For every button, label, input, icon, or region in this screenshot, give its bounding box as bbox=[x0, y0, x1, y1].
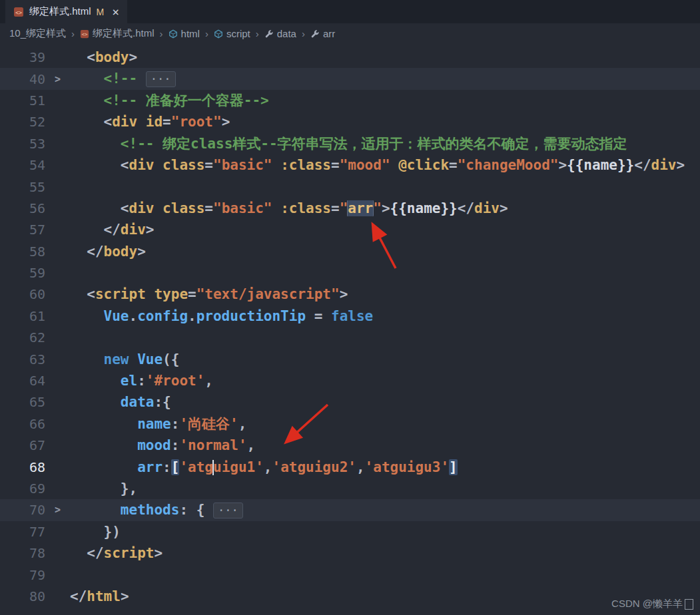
line-number[interactable]: 55 bbox=[0, 179, 45, 195]
code-text[interactable]: </script> bbox=[70, 545, 700, 561]
fold-chevron-icon[interactable]: > bbox=[45, 73, 70, 85]
code-line-58[interactable]: 58 </body> bbox=[0, 241, 700, 262]
code-line-59[interactable]: 59 bbox=[0, 262, 700, 284]
token: :class bbox=[280, 157, 331, 173]
code-text[interactable]: <!-- ··· bbox=[70, 71, 700, 87]
code-text[interactable]: </html> bbox=[70, 588, 700, 604]
code-text[interactable]: <div class="basic" :class="arr">{{name}}… bbox=[70, 200, 700, 216]
token bbox=[272, 200, 281, 216]
code-line-56[interactable]: 56 <div class="basic" :class="arr">{{nam… bbox=[0, 198, 700, 219]
token bbox=[70, 308, 104, 324]
token: > bbox=[129, 49, 138, 65]
line-number[interactable]: 64 bbox=[0, 373, 45, 389]
code-line-78[interactable]: 78 </script> bbox=[0, 542, 700, 564]
code-line-39[interactable]: 39 <body> bbox=[0, 47, 700, 68]
code-text[interactable]: <div id="root"> bbox=[70, 114, 700, 130]
code-text[interactable]: }, bbox=[70, 481, 700, 497]
code-line-65[interactable]: 65 data:{ bbox=[0, 391, 700, 413]
code-line-66[interactable]: 66 name:'尚硅谷', bbox=[0, 413, 700, 435]
breadcrumb-html[interactable]: html bbox=[169, 28, 200, 39]
line-number[interactable]: 78 bbox=[0, 545, 45, 561]
line-number[interactable]: 57 bbox=[0, 222, 45, 238]
code-text[interactable]: arr:['atguigu1','atguigu2','atguigu3'] bbox=[70, 459, 700, 475]
line-number[interactable]: 80 bbox=[0, 588, 45, 604]
breadcrumb-label: data bbox=[277, 28, 296, 39]
breadcrumb-file[interactable]: <> 绑定样式.html bbox=[80, 27, 155, 40]
code-text[interactable]: methods: { ··· bbox=[70, 502, 700, 518]
code-line-67[interactable]: 67 mood:'normal', bbox=[0, 435, 700, 456]
code-line-52[interactable]: 52 <div id="root"> bbox=[0, 111, 700, 132]
code-text[interactable]: <!-- 绑定class样式--字符串写法，适用于：样式的类名不确定，需要动态指… bbox=[70, 134, 700, 153]
code-line-40[interactable]: 40> <!-- ··· bbox=[0, 68, 700, 89]
token: name bbox=[137, 416, 171, 432]
line-number[interactable]: 63 bbox=[0, 351, 45, 367]
token: ({ bbox=[163, 351, 179, 367]
token: : bbox=[171, 437, 180, 453]
line-number[interactable]: 52 bbox=[0, 114, 45, 130]
code-line-79[interactable]: 79 bbox=[0, 564, 700, 585]
code-text[interactable]: <body> bbox=[70, 49, 700, 65]
code-line-61[interactable]: 61 Vue.config.productionTip = false bbox=[0, 306, 700, 327]
line-number[interactable]: 61 bbox=[0, 308, 45, 324]
token: < bbox=[70, 49, 95, 65]
line-number[interactable]: 67 bbox=[0, 437, 45, 453]
code-text[interactable]: <script type="text/javascript"> bbox=[70, 286, 700, 302]
line-number[interactable]: 54 bbox=[0, 157, 45, 173]
code-line-62[interactable]: 62 bbox=[0, 327, 700, 348]
line-number[interactable]: 70 bbox=[0, 502, 45, 518]
code-line-55[interactable]: 55 bbox=[0, 176, 700, 197]
token: < bbox=[70, 114, 112, 130]
code-line-51[interactable]: 51 <!-- 准备好一个容器--> bbox=[0, 90, 700, 111]
token: div bbox=[129, 200, 155, 216]
code-line-54[interactable]: 54 <div class="basic" :class="mood" @cli… bbox=[0, 154, 700, 176]
breadcrumb-data[interactable]: data bbox=[264, 28, 296, 39]
line-number[interactable]: 56 bbox=[0, 200, 45, 216]
code-text[interactable]: <!-- 准备好一个容器--> bbox=[70, 91, 700, 110]
editor-tab[interactable]: <> 绑定样式.html M × bbox=[5, 0, 127, 23]
breadcrumb-arr[interactable]: arr bbox=[310, 28, 335, 39]
code-text[interactable]: mood:'normal', bbox=[70, 437, 700, 453]
line-number[interactable]: 53 bbox=[0, 136, 45, 152]
line-number[interactable]: 39 bbox=[0, 49, 45, 65]
line-number[interactable]: 66 bbox=[0, 416, 45, 432]
code-line-63[interactable]: 63 new Vue({ bbox=[0, 348, 700, 369]
token: data bbox=[121, 394, 155, 410]
breadcrumb-folder[interactable]: 10_绑定样式 bbox=[9, 27, 66, 40]
code-text[interactable]: new Vue({ bbox=[70, 351, 700, 367]
code-line-53[interactable]: 53 <!-- 绑定class样式--字符串写法，适用于：样式的类名不确定，需要… bbox=[0, 133, 700, 154]
token: [ bbox=[171, 459, 180, 475]
code-text[interactable]: el:'#root', bbox=[70, 373, 700, 389]
line-number[interactable]: 40 bbox=[0, 71, 45, 87]
token bbox=[70, 394, 121, 410]
code-text[interactable]: Vue.config.productionTip = false bbox=[70, 308, 700, 324]
code-line-80[interactable]: 80</html> bbox=[0, 586, 700, 607]
token bbox=[146, 286, 155, 302]
code-text[interactable]: data:{ bbox=[70, 394, 700, 410]
code-line-77[interactable]: 77 }) bbox=[0, 521, 700, 542]
code-line-70[interactable]: 70> methods: { ··· bbox=[0, 499, 700, 520]
code-line-68[interactable]: 68 arr:['atguigu1','atguigu2','atguigu3'… bbox=[0, 456, 700, 477]
line-number[interactable]: 65 bbox=[0, 394, 45, 410]
token: "basic" bbox=[213, 157, 272, 173]
line-number[interactable]: 60 bbox=[0, 286, 45, 302]
line-number[interactable]: 77 bbox=[0, 524, 45, 540]
code-line-57[interactable]: 57 </div> bbox=[0, 219, 700, 240]
code-text[interactable]: name:'尚硅谷', bbox=[70, 415, 700, 433]
line-number[interactable]: 58 bbox=[0, 244, 45, 260]
line-number[interactable]: 62 bbox=[0, 329, 45, 345]
close-icon[interactable]: × bbox=[112, 6, 119, 18]
line-number[interactable]: 69 bbox=[0, 481, 45, 497]
code-text[interactable]: </body> bbox=[70, 244, 700, 260]
line-number[interactable]: 79 bbox=[0, 567, 45, 583]
code-line-69[interactable]: 69 }, bbox=[0, 478, 700, 499]
code-text[interactable]: <div class="basic" :class="mood" @click=… bbox=[70, 157, 700, 173]
code-line-60[interactable]: 60 <script type="text/javascript"> bbox=[0, 284, 700, 305]
line-number[interactable]: 59 bbox=[0, 265, 45, 281]
breadcrumb-script[interactable]: script bbox=[214, 28, 250, 39]
fold-chevron-icon[interactable]: > bbox=[45, 504, 70, 516]
code-text[interactable]: </div> bbox=[70, 222, 700, 238]
line-number[interactable]: 51 bbox=[0, 93, 45, 108]
code-text[interactable]: }) bbox=[70, 524, 700, 540]
code-line-64[interactable]: 64 el:'#root', bbox=[0, 370, 700, 391]
line-number[interactable]: 68 bbox=[0, 459, 45, 475]
